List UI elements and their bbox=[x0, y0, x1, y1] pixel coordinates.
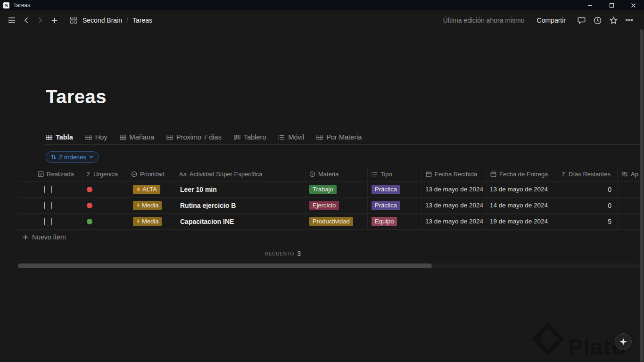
materia-cell[interactable]: Productividad bbox=[305, 214, 368, 229]
actividad-cell[interactable]: Capacitacion INE bbox=[175, 214, 305, 229]
tab-tabla[interactable]: Tabla bbox=[46, 130, 73, 144]
tabs-divider bbox=[45, 144, 640, 145]
tab-por-materia[interactable]: Por Materia bbox=[316, 130, 362, 144]
column-label: Fecha Recibida bbox=[435, 171, 477, 178]
apoyo-cell[interactable] bbox=[618, 181, 640, 197]
tab-hoy[interactable]: Hoy bbox=[85, 130, 107, 144]
row-checkbox[interactable] bbox=[44, 218, 52, 225]
plus-icon bbox=[23, 234, 28, 240]
tipo-cell[interactable]: Equipo bbox=[368, 214, 422, 229]
tag-label: Productividad bbox=[313, 218, 350, 225]
flash-icon bbox=[136, 203, 140, 208]
column-header-materia[interactable]: Materia bbox=[305, 167, 368, 181]
nav-forward-button[interactable] bbox=[34, 14, 46, 26]
urgency-dot bbox=[87, 219, 92, 224]
nav-back-button[interactable] bbox=[20, 14, 32, 26]
comment-icon bbox=[578, 16, 586, 24]
realizada-cell[interactable] bbox=[18, 197, 83, 213]
urgencia-cell[interactable] bbox=[83, 197, 127, 213]
column-header-dias-restantes[interactable]: Σ Días Restantes bbox=[556, 167, 618, 181]
horizontal-scrollbar-thumb[interactable] bbox=[18, 263, 432, 268]
close-button[interactable] bbox=[622, 0, 644, 10]
sidebar-menu-button[interactable] bbox=[6, 14, 18, 26]
sort-pill-label: 2 órdenes bbox=[59, 154, 86, 161]
column-header-prioridad[interactable]: Prioridad bbox=[127, 167, 175, 181]
breadcrumb-parent[interactable]: Second Brain bbox=[81, 16, 124, 25]
sort-pill[interactable]: 2 órdenes bbox=[46, 151, 99, 163]
row-checkbox[interactable] bbox=[44, 202, 52, 209]
select-icon bbox=[131, 171, 137, 177]
prioridad-cell[interactable]: Media bbox=[127, 197, 175, 213]
column-header-realizada[interactable]: Realizada bbox=[18, 167, 83, 181]
urgencia-cell[interactable] bbox=[83, 181, 127, 197]
fecha-recibida-cell[interactable]: 13 de mayo de 2024 bbox=[422, 214, 487, 229]
tipo-tag: Práctica bbox=[372, 185, 400, 194]
page-title: Tareas bbox=[46, 86, 107, 107]
column-label: Fecha de Entrega bbox=[499, 171, 548, 178]
column-header-fecha-recibida[interactable]: Fecha Recibida bbox=[422, 167, 487, 181]
apoyo-cell[interactable] bbox=[618, 197, 640, 213]
column-header-fecha-entrega[interactable]: Fecha de Entrega bbox=[487, 167, 556, 181]
more-options-button[interactable] bbox=[623, 14, 636, 26]
fecha-recibida-cell[interactable]: 13 de mayo de 2024 bbox=[422, 197, 487, 213]
actividad-cell[interactable]: Rutina ejercicio B bbox=[175, 197, 305, 213]
tab-tablero[interactable]: Tablero bbox=[234, 130, 266, 144]
apoyo-cell[interactable] bbox=[618, 214, 640, 229]
fecha-entrega-cell[interactable]: 14 de mayo de 2024 bbox=[487, 197, 556, 213]
materia-cell[interactable]: Ejercicio bbox=[305, 197, 368, 213]
comments-button[interactable] bbox=[575, 14, 587, 26]
task-title[interactable]: Leer 10 min bbox=[180, 186, 217, 193]
date-value: 13 de mayo de 2024 bbox=[425, 202, 483, 209]
star-icon bbox=[610, 16, 618, 24]
materia-cell[interactable]: Trabajo bbox=[305, 181, 368, 197]
calc-value: 3 bbox=[297, 250, 301, 257]
column-header-apoyo[interactable]: Ap bbox=[618, 167, 640, 181]
tipo-cell[interactable]: Práctica bbox=[368, 197, 422, 213]
new-item-button[interactable]: Nuevo ítem bbox=[18, 230, 640, 245]
task-title[interactable]: Rutina ejercicio B bbox=[180, 202, 236, 209]
date-value: 19 de mayo de 2024 bbox=[490, 218, 548, 225]
table-footer-calc[interactable]: recuento 3 bbox=[18, 247, 305, 260]
new-page-button[interactable] bbox=[48, 14, 60, 26]
vertical-scrollbar-thumb[interactable] bbox=[640, 29, 644, 362]
tab-label: Hoy bbox=[95, 133, 107, 141]
column-header-urgencia[interactable]: Σ Urgencia bbox=[83, 167, 127, 181]
last-edited-status[interactable]: Última edición ahora mismo bbox=[443, 16, 525, 24]
tab-label: Móvil bbox=[288, 133, 304, 141]
column-header-actividad[interactable]: Aa Actividad Súper Específica bbox=[175, 167, 305, 181]
tipo-tag: Práctica bbox=[372, 201, 400, 210]
prioridad-cell[interactable]: ALTA bbox=[127, 181, 175, 197]
tab-movil[interactable]: Móvil bbox=[278, 130, 304, 144]
tab-manana[interactable]: Mañana bbox=[120, 130, 154, 144]
ellipsis-icon bbox=[626, 19, 633, 21]
dias-restantes-cell[interactable]: 0 bbox=[556, 181, 618, 197]
column-label: Actividad Súper Específica bbox=[190, 171, 263, 178]
minimize-button[interactable] bbox=[579, 0, 601, 10]
column-header-tipo[interactable]: Tipo bbox=[368, 167, 422, 181]
tipo-cell[interactable]: Práctica bbox=[368, 181, 422, 197]
updates-button[interactable] bbox=[591, 14, 603, 26]
ai-assistant-button[interactable] bbox=[615, 333, 632, 350]
tab-proximo-7-dias[interactable]: Proximo 7 dias bbox=[166, 130, 222, 144]
fecha-entrega-cell[interactable]: 13 de mayo de 2024 bbox=[487, 181, 556, 197]
row-checkbox[interactable] bbox=[44, 186, 52, 193]
maximize-button[interactable] bbox=[601, 0, 622, 10]
favorite-button[interactable] bbox=[607, 14, 619, 26]
actividad-cell[interactable]: Leer 10 min bbox=[175, 181, 305, 197]
fecha-entrega-cell[interactable]: 19 de mayo de 2024 bbox=[487, 214, 556, 229]
dias-restantes-cell[interactable]: 5 bbox=[556, 214, 618, 229]
fecha-recibida-cell[interactable]: 13 de mayo de 2024 bbox=[422, 181, 487, 197]
dias-restantes-cell[interactable]: 0 bbox=[556, 197, 618, 213]
realizada-cell[interactable] bbox=[18, 214, 83, 229]
tab-label: Tabla bbox=[56, 133, 73, 141]
number-value: 0 bbox=[608, 186, 611, 193]
calc-label: recuento bbox=[265, 251, 294, 256]
tab-label: Proximo 7 dias bbox=[176, 133, 222, 141]
realizada-cell[interactable] bbox=[18, 181, 83, 197]
horizontal-scrollbar-track[interactable] bbox=[18, 263, 640, 268]
prioridad-cell[interactable]: Media bbox=[127, 214, 175, 229]
urgencia-cell[interactable] bbox=[83, 214, 127, 229]
share-button[interactable]: Compartir bbox=[534, 15, 569, 25]
breadcrumb-current[interactable]: Tareas bbox=[131, 16, 154, 25]
task-title[interactable]: Capacitacion INE bbox=[180, 218, 234, 225]
